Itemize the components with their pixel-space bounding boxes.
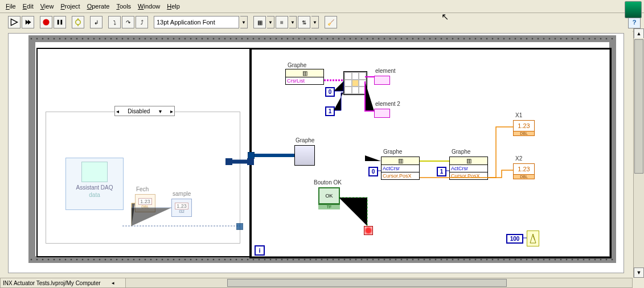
- step-out-button[interactable]: ⤴: [136, 16, 148, 28]
- vi-icon[interactable]: [625, 1, 642, 18]
- retain-wire-button[interactable]: ↲: [90, 16, 102, 28]
- scroll-up-icon[interactable]: ▲: [634, 28, 644, 39]
- distribute-button[interactable]: ≡: [276, 16, 288, 28]
- align-dd[interactable]: ▼: [267, 16, 274, 28]
- hscroll-thumb[interactable]: [227, 279, 507, 287]
- x1-indicator[interactable]: 1.23 DBL: [513, 120, 535, 136]
- cursorprop2-posx[interactable]: Cursor.PosX: [450, 172, 487, 179]
- cursorprop1-actcrsr[interactable]: ActCrsr: [382, 165, 419, 172]
- daq-title: Assistant DAQ: [76, 184, 113, 191]
- project-path-bar[interactable]: INX Actuator Tests.lvproj/My Computer ◂ …: [0, 278, 131, 288]
- reorder-button[interactable]: ⇅: [298, 16, 310, 28]
- font-dropdown-icon[interactable]: ▼: [240, 16, 248, 28]
- case-next-icon[interactable]: ▸: [170, 108, 173, 114]
- const-1b[interactable]: 1: [437, 167, 446, 176]
- element2-label: element 2: [375, 101, 400, 107]
- loop-iteration-terminal[interactable]: i: [255, 245, 265, 256]
- daq-icon: [81, 162, 108, 182]
- menu-help[interactable]: Help: [163, 2, 183, 10]
- x2-indicator[interactable]: 1.23 DBL: [513, 163, 535, 179]
- vertical-scrollbar[interactable]: ▲ ▼: [633, 28, 644, 278]
- daq-assistant-node[interactable]: Assistant DAQ data: [65, 158, 124, 210]
- pause-button[interactable]: [54, 16, 66, 28]
- menu-tools[interactable]: Tools: [113, 2, 134, 10]
- metronome-icon: [529, 233, 537, 244]
- cursor-prop-node-2[interactable]: ▥ ActCrsr Cursor.PosX: [449, 157, 488, 180]
- dbl-tag: DBL: [141, 205, 149, 209]
- sample-label: sample: [173, 191, 191, 197]
- index-array-node[interactable]: [343, 71, 367, 95]
- ok-tf-tag: TF: [318, 204, 340, 209]
- menu-view[interactable]: View: [37, 2, 58, 10]
- path-nav-left-icon[interactable]: ◂: [112, 280, 114, 286]
- vscroll-track[interactable]: [634, 38, 644, 268]
- distribute-dd[interactable]: ▼: [289, 16, 297, 28]
- const-100[interactable]: 100: [506, 234, 523, 244]
- bouton-ok-terminal[interactable]: OK TF: [318, 187, 340, 209]
- const-0b[interactable]: 0: [368, 167, 378, 176]
- svg-point-3: [76, 20, 80, 24]
- font-selector[interactable]: 13pt Application Font: [154, 16, 239, 28]
- x1-label: X1: [515, 112, 522, 118]
- cursorprop2-actcrsr[interactable]: ActCrsr: [450, 165, 487, 172]
- element-terminal[interactable]: [374, 76, 390, 85]
- case-label: Disabled: [128, 108, 150, 114]
- sample-indicator[interactable]: 1.23 I32: [171, 199, 192, 217]
- case-selector[interactable]: ◂ Disabled ▾ ▸: [114, 106, 175, 116]
- menu-file[interactable]: FFileile: [2, 2, 19, 10]
- cursorprop1-posx[interactable]: Cursor.PosX: [382, 172, 419, 179]
- reorder-dd[interactable]: ▼: [311, 16, 319, 28]
- loop-input-tunnel[interactable]: [248, 152, 255, 159]
- wait-ms-node[interactable]: [527, 231, 539, 246]
- menu-window[interactable]: Window: [134, 2, 163, 10]
- cursor-prop-node-1[interactable]: ▥ ActCrsr Cursor.PosX: [381, 157, 420, 180]
- bouton-label: Bouton OK: [314, 179, 342, 186]
- element-label: element: [375, 68, 396, 74]
- horizontal-scrollbar[interactable]: [125, 278, 633, 288]
- svg-rect-1: [58, 20, 59, 24]
- element2-terminal[interactable]: [374, 109, 390, 118]
- const-1a[interactable]: 1: [325, 106, 335, 116]
- graphe-property-crsrlist[interactable]: ▥ CrsrList: [285, 69, 324, 85]
- font-label: 13pt Application Font: [157, 19, 215, 26]
- run-continuous-button[interactable]: [22, 16, 34, 28]
- x1-value: 1.23: [514, 121, 534, 131]
- align-button[interactable]: ▦: [253, 16, 266, 28]
- crsrlist-row[interactable]: CrsrList: [286, 77, 323, 84]
- const-0a[interactable]: 0: [325, 87, 335, 97]
- tunnel-out[interactable]: [236, 223, 243, 230]
- fech-indicator[interactable]: 1.23 DBL: [135, 194, 155, 212]
- svg-point-0: [43, 19, 49, 25]
- step-into-button[interactable]: ⤵: [108, 16, 121, 28]
- abort-button[interactable]: [40, 16, 52, 28]
- menu-operate[interactable]: Operate: [84, 2, 113, 10]
- menu-edit[interactable]: Edit: [19, 2, 37, 10]
- svg-rect-2: [60, 20, 62, 24]
- run-button[interactable]: [8, 16, 20, 28]
- scroll-down-icon[interactable]: ▼: [634, 268, 644, 278]
- block-diagram-canvas[interactable]: ◂ Disabled ▾ ▸ Assistant DAQ data Fech 1…: [0, 28, 633, 278]
- step-over-button[interactable]: ↷: [122, 16, 134, 28]
- graphe-indicator-terminal[interactable]: [294, 145, 315, 166]
- loop-stop-terminal[interactable]: [364, 226, 373, 235]
- fech-label: Fech: [136, 186, 149, 192]
- cursorprop2-head-icon: ▥: [450, 157, 487, 165]
- prop-head-icon: ▥: [286, 69, 323, 77]
- x2-label: X2: [515, 155, 522, 162]
- sequence-frame-0[interactable]: ◂ Disabled ▾ ▸ Assistant DAQ data Fech 1…: [36, 48, 252, 257]
- menu-project[interactable]: Project: [57, 2, 83, 10]
- project-path-text: INX Actuator Tests.lvproj/My Computer: [3, 280, 101, 286]
- cleanup-button[interactable]: 🧹: [325, 16, 337, 28]
- while-loop[interactable]: Graphe ▥ CrsrList 0 1 element element 2 …: [249, 48, 612, 258]
- app-root: FFileile Edit View Project Operate Tools…: [0, 0, 644, 288]
- vscroll-thumb[interactable]: [634, 39, 643, 174]
- highlight-exec-button[interactable]: [72, 16, 84, 28]
- x1-dbl-tag: DBL: [514, 131, 534, 135]
- diagram-disable-structure[interactable]: ◂ Disabled ▾ ▸ Assistant DAQ data Fech 1…: [46, 112, 240, 244]
- fech-value: 1.23: [138, 198, 152, 205]
- case-dropdown-icon[interactable]: ▾: [159, 108, 162, 114]
- ok-button-face: OK: [318, 187, 340, 204]
- case-prev-icon[interactable]: ◂: [116, 108, 119, 114]
- cursorprop1-head-icon: ▥: [382, 157, 419, 165]
- index-array-icon: [344, 72, 367, 94]
